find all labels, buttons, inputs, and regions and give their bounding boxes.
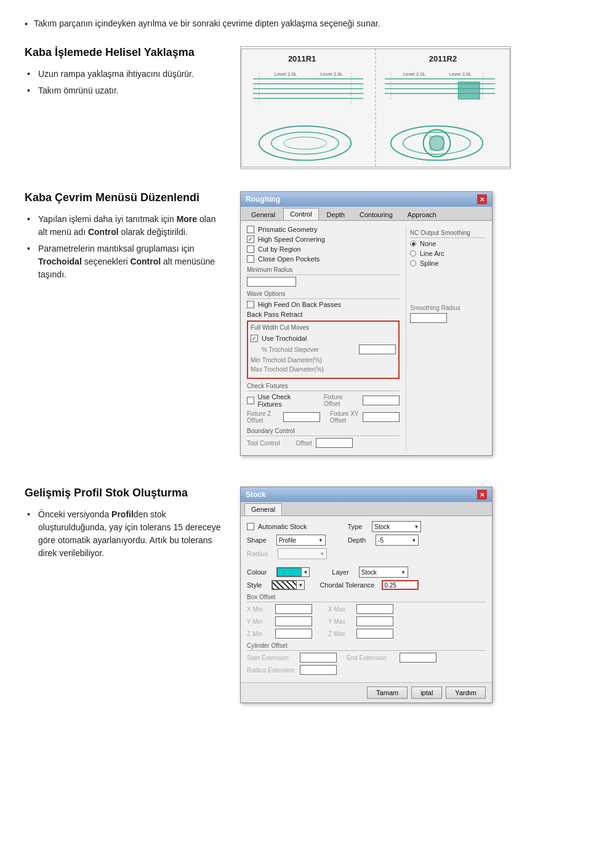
layer-dropdown[interactable]: Stock ▼ (359, 567, 408, 578)
colour-label: Colour (247, 568, 267, 576)
auto-stock-checkbox[interactable] (247, 523, 254, 530)
ymax-input[interactable] (356, 616, 393, 626)
roughing-tabs: General Control Depth Contouring Approac… (241, 207, 492, 221)
spline-row: Spline (410, 260, 486, 267)
start-end-row: Start Extension End Extension (247, 653, 486, 663)
ymin-input[interactable] (275, 616, 312, 626)
radius-ext-input[interactable] (300, 665, 337, 675)
colour-picker[interactable]: ▼ (276, 567, 310, 577)
tab-control[interactable]: Control (283, 208, 318, 220)
section-helisel: Kaba İşlemede Helisel Yaklaşma Uzun ramp… (25, 46, 566, 169)
trochoid-stepover-input[interactable] (359, 344, 396, 354)
roughing-dialog-col: Roughing ✕ General Control Depth Contour… (240, 191, 566, 456)
stock-dialog-footer: Tamam iptal Yardım (241, 682, 492, 703)
svg-text:Level 2.0L: Level 2.0L (320, 71, 343, 77)
helisel-bullets: Uzun rampa yaklaşma ihtiyacını düşürür. … (25, 68, 222, 97)
roughing-bullet-1: Yapılan işlemi daha iyi tanıtmak için Mo… (25, 213, 222, 239)
use-check-row: Use Check Fixtures Fixture Offset (247, 393, 400, 408)
spline-label: Spline (420, 260, 439, 267)
tab-approach[interactable]: Approach (401, 209, 443, 220)
full-width-label: Full Width Cut Moves (251, 324, 396, 332)
stock-dialog: Stock ✕ General Automatic Stock Type Sto… (240, 487, 492, 703)
chordal-tol-input[interactable]: 0.25 (382, 580, 419, 590)
zmax-input[interactable] (356, 629, 393, 639)
iptal-button[interactable]: iptal (411, 687, 442, 699)
cut-region-checkbox[interactable] (247, 245, 254, 253)
close-open-row: Close Open Pockets (247, 255, 400, 263)
box-offset-section: Box Offset (247, 594, 486, 602)
none-row: None (410, 240, 486, 247)
fixture-offset-label: Fixture Offset (324, 394, 359, 407)
back-pass-row: Back Pass Retract (247, 311, 400, 318)
zmin-input[interactable] (275, 629, 312, 639)
start-ext-label: Start Extension (247, 655, 296, 661)
layer-label: Layer (332, 568, 349, 576)
helisel-bullet-2: Takım ömrünü uzatır. (25, 84, 222, 97)
zmin-label: Z Min (247, 631, 271, 637)
auto-stock-row: Automatic Stock Type Stock ▼ (247, 521, 486, 532)
none-label: None (420, 240, 436, 247)
roughing-bullet-2: Parametrelerin mantıksal gruplaması için… (25, 242, 222, 281)
style-row: Style ▼ Chordal Tolerance 0.25 (247, 580, 486, 590)
depth-dropdown[interactable]: -5 ▼ (376, 535, 419, 546)
section-roughing: Kaba Çevrim Menüsü Düzenlendi Yapılan iş… (25, 191, 566, 456)
xmin-input[interactable] (275, 604, 312, 614)
style-arrow: ▼ (297, 583, 304, 588)
max-trochoid-label: Max Trochoid Diameter(%) (251, 366, 324, 373)
tamam-button[interactable]: Tamam (367, 687, 408, 699)
prismatic-checkbox[interactable] (247, 226, 254, 233)
type-label: Type (347, 523, 362, 530)
line-arc-label: Line Arc (420, 250, 444, 257)
layer-dropdown-arrow: ▼ (401, 570, 406, 575)
top-bullet: Takım parçanın içindeyken ayrılma ve bir… (25, 18, 566, 29)
none-radio[interactable] (410, 241, 416, 247)
prismatic-row: Prismatic Geometry (247, 226, 400, 233)
depth-value: -5 (378, 537, 384, 544)
close-open-checkbox[interactable] (247, 255, 254, 263)
smoothing-radius-input[interactable] (410, 313, 447, 323)
stock-tabs: General (241, 502, 492, 516)
spline-radio[interactable] (410, 260, 416, 266)
tab-contouring[interactable]: Contouring (353, 209, 400, 220)
use-trochoidal-checkbox[interactable] (251, 335, 258, 342)
style-picker[interactable]: ▼ (271, 580, 305, 590)
layer-value: Stock (361, 569, 377, 576)
shape-dropdown[interactable]: Profile ▼ (276, 535, 326, 546)
line-arc-radio[interactable] (410, 250, 416, 257)
tab-stock-general[interactable]: General (244, 503, 282, 516)
high-feed-checkbox[interactable] (247, 301, 254, 308)
use-check-checkbox[interactable] (247, 397, 254, 404)
helisel-image-col: 2011R1 Level 2.0L Level 2.0L (240, 46, 566, 169)
stock-bullet-1: Önceki versiyonda Profilden stok oluştur… (25, 508, 222, 560)
tab-general[interactable]: General (244, 209, 282, 220)
start-ext-input[interactable] (300, 653, 337, 663)
tool-control-row: Tool Control Offset (247, 438, 400, 448)
fixture-xy-input[interactable] (363, 412, 400, 422)
colour-arrow: ▼ (302, 570, 309, 575)
type-dropdown[interactable]: Stock ▼ (372, 521, 421, 532)
svg-text:Level 2.0L: Level 2.0L (449, 71, 472, 77)
helisel-title: Kaba İşlemede Helisel Yaklaşma (25, 46, 222, 59)
depth-label: Depth (348, 536, 366, 544)
zmax-label: Z Max (328, 631, 353, 637)
offset-input[interactable] (316, 438, 353, 448)
fixture-offset-input[interactable] (363, 396, 400, 405)
use-trochoidal-row: Use Trochoidal (251, 335, 396, 342)
xmax-input[interactable] (356, 604, 393, 614)
yardim-button[interactable]: Yardım (446, 687, 486, 699)
roughing-close-button[interactable]: ✕ (477, 194, 487, 204)
stock-dialog-col: Stock ✕ General Automatic Stock Type Sto… (240, 487, 566, 703)
ymin-ymax-row: Y Min Y Max (247, 616, 486, 626)
min-radius-row (247, 277, 400, 287)
stock-close-button[interactable]: ✕ (477, 490, 487, 500)
end-ext-input[interactable] (400, 653, 436, 663)
high-speed-checkbox[interactable] (247, 236, 254, 243)
trochoid-stepover-label: % Trochoid Stepover (262, 346, 319, 353)
min-radius-input[interactable] (247, 277, 296, 287)
fixture-z-input[interactable] (283, 412, 320, 422)
cut-region-label: Cut by Region (258, 245, 301, 253)
tab-depth[interactable]: Depth (320, 209, 352, 220)
radius-dropdown[interactable]: ▼ (278, 548, 327, 559)
colour-row: Colour ▼ Layer Stock ▼ (247, 567, 486, 578)
helisel-text: Kaba İşlemede Helisel Yaklaşma Uzun ramp… (25, 46, 222, 101)
